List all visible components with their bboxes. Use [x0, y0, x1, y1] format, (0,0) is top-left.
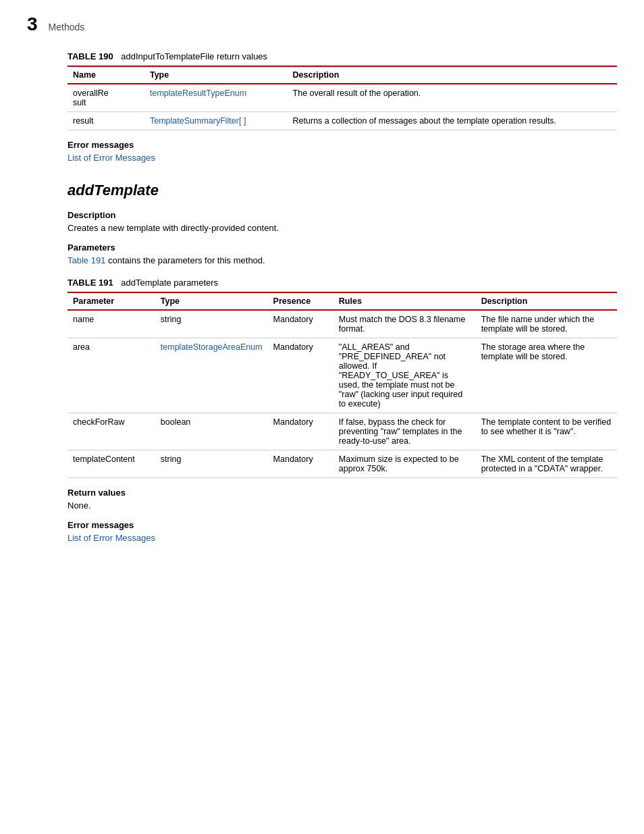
return-values-label: Return values	[68, 488, 617, 498]
error-messages-link-2[interactable]: List of Error Messages	[68, 533, 155, 543]
cell-presence: Mandatory	[268, 310, 333, 338]
method-title: addTemplate	[68, 182, 617, 199]
cell-presence: Mandatory	[268, 450, 333, 478]
col-header-parameter: Parameter	[68, 292, 155, 310]
table-row: overallResult templateResultTypeEnum The…	[68, 84, 617, 112]
col-header-presence: Presence	[268, 292, 333, 310]
error-messages-label-1: Error messages	[68, 140, 617, 150]
type-link[interactable]: TemplateSummaryFilter[ ]	[150, 116, 246, 126]
table191: Parameter Type Presence Rules Descriptio…	[68, 292, 617, 478]
table191-ref-link[interactable]: Table 191	[68, 255, 105, 265]
cell-name: result	[68, 112, 144, 130]
cell-type: boolean	[155, 413, 268, 450]
chapter-title: Methods	[49, 22, 85, 32]
type-link[interactable]: templateResultTypeEnum	[150, 88, 246, 98]
parameters-label: Parameters	[68, 242, 617, 253]
cell-description: The XML content of the template protecte…	[476, 450, 617, 478]
cell-description: Returns a collection of messages about t…	[288, 112, 617, 130]
table191-label: TABLE 191 addTemplate parameters	[68, 278, 617, 288]
error-messages-label-2: Error messages	[68, 520, 617, 530]
table-row: result TemplateSummaryFilter[ ] Returns …	[68, 112, 617, 130]
cell-presence: Mandatory	[268, 338, 333, 413]
table190-label: TABLE 190 addInputToTemplateFile return …	[68, 51, 617, 61]
table-row: area templateStorageAreaEnum Mandatory "…	[68, 338, 617, 413]
type-link[interactable]: templateStorageAreaEnum	[161, 342, 263, 352]
cell-name: overallResult	[68, 84, 144, 112]
col-header-type: Type	[144, 66, 288, 84]
return-values-text: None.	[68, 500, 617, 511]
cell-parameter: templateContent	[68, 450, 155, 478]
cell-parameter: checkForRaw	[68, 413, 155, 450]
cell-parameter: area	[68, 338, 155, 413]
cell-type: TemplateSummaryFilter[ ]	[144, 112, 288, 130]
col-header-type: Type	[155, 292, 268, 310]
col-header-name: Name	[68, 66, 144, 84]
description-label: Description	[68, 210, 617, 220]
cell-type: string	[155, 310, 268, 338]
cell-type: templateStorageAreaEnum	[155, 338, 268, 413]
parameters-text-suffix: contains the parameters for this method.	[108, 255, 265, 265]
cell-presence: Mandatory	[268, 413, 333, 450]
table190: Name Type Description overallResult temp…	[68, 66, 617, 130]
cell-rules: Maximum size is expected to be approx 75…	[333, 450, 476, 478]
cell-description: The file name under which the template w…	[476, 310, 617, 338]
col-header-rules: Rules	[333, 292, 476, 310]
col-header-description: Description	[288, 66, 617, 84]
cell-type: templateResultTypeEnum	[144, 84, 288, 112]
chapter-number: 3	[27, 14, 38, 35]
table-row: checkForRaw boolean Mandatory If false, …	[68, 413, 617, 450]
error-messages-link-1[interactable]: List of Error Messages	[68, 153, 155, 163]
table-row: templateContent string Mandatory Maximum…	[68, 450, 617, 478]
parameters-text: Table 191 contains the parameters for th…	[68, 255, 617, 265]
cell-rules: "ALL_AREAS" and "PRE_DEFINED_AREA" not a…	[333, 338, 476, 413]
cell-parameter: name	[68, 310, 155, 338]
cell-type: string	[155, 450, 268, 478]
cell-description: The storage area where the template will…	[476, 338, 617, 413]
cell-description: The template content to be verified to s…	[476, 413, 617, 450]
cell-description: The overall result of the operation.	[288, 84, 617, 112]
description-text: Creates a new template with directly-pro…	[68, 223, 617, 233]
col-header-description: Description	[476, 292, 617, 310]
cell-rules: If false, bypass the check for preventin…	[333, 413, 476, 450]
table-row: name string Mandatory Must match the DOS…	[68, 310, 617, 338]
cell-rules: Must match the DOS 8.3 filename format.	[333, 310, 476, 338]
